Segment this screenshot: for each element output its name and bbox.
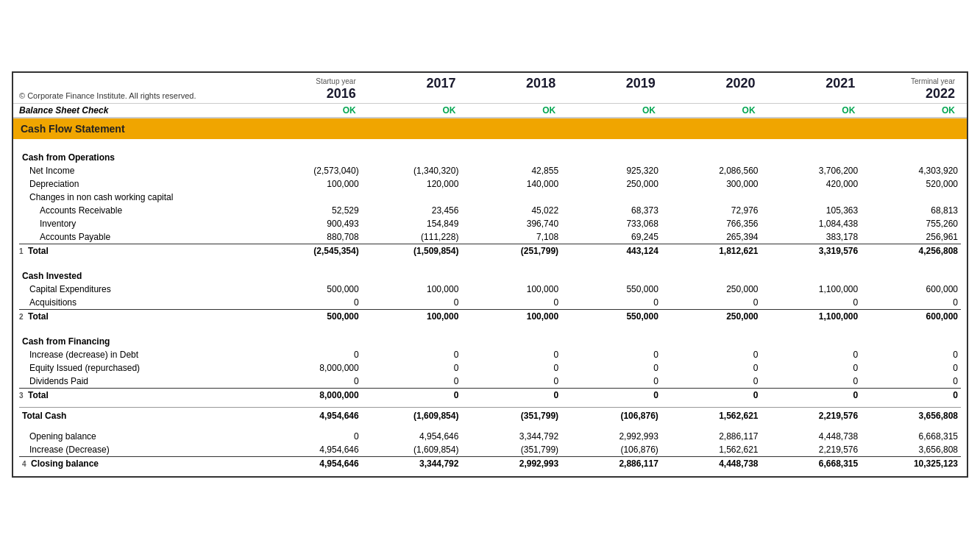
fin-total-v1: 8,000,000 xyxy=(262,388,362,402)
fin-total-v4: 0 xyxy=(561,388,661,402)
inv-title-v1 xyxy=(262,263,362,283)
year-col-2019: 2019 xyxy=(561,76,661,102)
inv-v7: 755,260 xyxy=(861,217,961,230)
id-v1: 4,954,646 xyxy=(262,443,362,457)
ap-v6: 383,178 xyxy=(761,230,862,244)
fin-total-v2: 0 xyxy=(362,388,462,402)
acq-v1: 0 xyxy=(262,296,362,310)
year-2022: 2022 xyxy=(861,86,955,102)
equity-v3: 0 xyxy=(461,361,561,375)
operations-total-label: 1 Total xyxy=(19,244,262,258)
bsc-val-2017: OK xyxy=(362,105,462,116)
ar-v6: 105,363 xyxy=(761,204,862,217)
bsc-val-2022: OK xyxy=(861,105,961,116)
cb-v4: 2,886,117 xyxy=(561,457,661,471)
balance-sheet-check-row: Balance Sheet Check OK OK OK OK OK OK OK xyxy=(13,104,967,118)
debt-v6: 0 xyxy=(761,348,862,361)
increase-decrease-label: Increase (Decrease) xyxy=(19,443,262,457)
ops-total-v5: 1,812,621 xyxy=(661,244,761,258)
table-area: Cash from Operations Net Income (2,573,0… xyxy=(13,139,967,477)
spacer-3 xyxy=(19,323,961,329)
year-col-2022: Terminal year 2022 xyxy=(861,76,961,102)
row-number-1: 1 xyxy=(19,247,26,255)
header-years: Startup year 2016 2017 2018 2019 2020 20… xyxy=(262,76,961,102)
depreciation-v5: 300,000 xyxy=(661,177,761,191)
year-2016: 2016 xyxy=(262,86,356,102)
ap-v4: 69,245 xyxy=(561,230,661,244)
copyright: © Corporate Finance Institute. All right… xyxy=(19,91,262,102)
div-v3: 0 xyxy=(461,375,561,389)
debt-row: Increase (decrease) in Debt 0 0 0 0 0 0 … xyxy=(19,348,961,361)
year-2020: 2020 xyxy=(661,76,756,91)
depreciation-row: Depreciation 100,000 120,000 140,000 250… xyxy=(19,177,961,191)
fin-total-v5: 0 xyxy=(661,388,761,402)
net-income-v7: 4,303,920 xyxy=(861,164,961,177)
header-row: © Corporate Finance Institute. All right… xyxy=(13,73,967,104)
dividends-label: Dividends Paid xyxy=(19,375,262,389)
year-2021: 2021 xyxy=(761,76,856,91)
acquisitions-label: Acquisitions xyxy=(19,296,262,310)
ops-title-v2 xyxy=(362,145,462,164)
ap-v3: 7,108 xyxy=(461,230,561,244)
total-cash-label: Total Cash xyxy=(19,408,262,425)
equity-v4: 0 xyxy=(561,361,661,375)
depreciation-v4: 250,000 xyxy=(561,177,661,191)
ops-total-v3: (251,799) xyxy=(461,244,561,258)
fin-total-v6: 0 xyxy=(761,388,862,402)
cb-v6: 6,668,315 xyxy=(761,457,862,471)
ob-v2: 4,954,646 xyxy=(362,430,462,443)
non-cash-v5 xyxy=(661,191,761,204)
closing-balance-label: 4 Closing balance xyxy=(19,457,262,471)
equity-v2: 0 xyxy=(362,361,462,375)
net-income-row: Net Income (2,573,040) (1,340,320) 42,85… xyxy=(19,164,961,177)
debt-v3: 0 xyxy=(461,348,561,361)
equity-v1: 8,000,000 xyxy=(262,361,362,375)
equity-v6: 0 xyxy=(761,361,862,375)
inv-total-v3: 100,000 xyxy=(461,309,561,323)
ar-v4: 68,373 xyxy=(561,204,661,217)
id-v6: 2,219,576 xyxy=(761,443,862,457)
ops-title-v4 xyxy=(561,145,661,164)
operations-total-text: Total xyxy=(28,246,49,256)
fin-title-v2 xyxy=(362,329,462,348)
ap-v2: (111,228) xyxy=(362,230,462,244)
capex-v5: 250,000 xyxy=(661,283,761,296)
non-cash-v1 xyxy=(262,191,362,204)
cb-v1: 4,954,646 xyxy=(262,457,362,471)
div-v4: 0 xyxy=(561,375,661,389)
inv-v2: 154,849 xyxy=(362,217,462,230)
depreciation-v7: 520,000 xyxy=(861,177,961,191)
ops-total-v6: 3,319,576 xyxy=(761,244,862,258)
inv-v1: 900,493 xyxy=(262,217,362,230)
tc-v1: 4,954,646 xyxy=(262,408,362,425)
ob-v3: 3,344,792 xyxy=(461,430,561,443)
inv-title-v5 xyxy=(661,263,761,283)
id-v5: 1,562,621 xyxy=(661,443,761,457)
inv-total-v5: 250,000 xyxy=(661,309,761,323)
inv-v6: 1,084,438 xyxy=(761,217,862,230)
ops-title-v7 xyxy=(861,145,961,164)
fin-title-v3 xyxy=(461,329,561,348)
inventory-row: Inventory 900,493 154,849 396,740 733,06… xyxy=(19,217,961,230)
year-col-2017: 2017 xyxy=(362,76,462,102)
inv-v5: 766,356 xyxy=(661,217,761,230)
row-number-2: 2 xyxy=(19,313,26,321)
ar-v3: 45,022 xyxy=(461,204,561,217)
ops-title-v5 xyxy=(661,145,761,164)
fin-title-v6 xyxy=(761,329,862,348)
acq-v5: 0 xyxy=(661,296,761,310)
div-v7: 0 xyxy=(861,375,961,389)
fin-title-v7 xyxy=(861,329,961,348)
non-cash-v4 xyxy=(561,191,661,204)
net-income-v1: (2,573,040) xyxy=(262,164,362,177)
tc-v3: (351,799) xyxy=(461,408,561,425)
year-2019: 2019 xyxy=(561,76,656,91)
net-income-label: Net Income xyxy=(19,164,262,177)
equity-row: Equity Issued (repurchased) 8,000,000 0 … xyxy=(19,361,961,375)
inv-title-v2 xyxy=(362,263,462,283)
non-cash-v3 xyxy=(461,191,561,204)
bsc-val-2018: OK xyxy=(461,105,561,116)
capex-v2: 100,000 xyxy=(362,283,462,296)
cb-v2: 3,344,792 xyxy=(362,457,462,471)
cb-v3: 2,992,993 xyxy=(461,457,561,471)
